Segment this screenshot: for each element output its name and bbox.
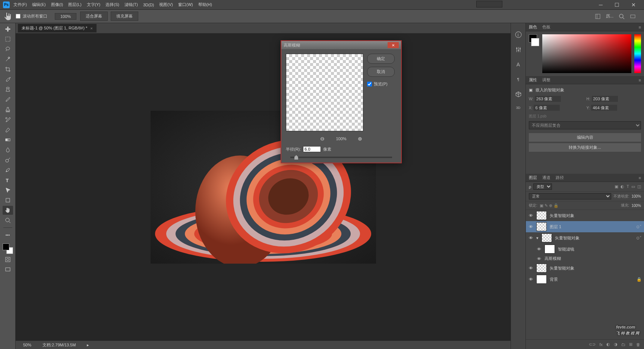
- shape-tool[interactable]: [3, 196, 13, 205]
- blur-preview[interactable]: [286, 54, 363, 131]
- y-input[interactable]: [591, 105, 617, 111]
- menu-edit[interactable]: 编辑(E): [32, 2, 46, 7]
- convert-linked-button[interactable]: 转换为链接对象...: [529, 143, 641, 152]
- panel-menu-icon[interactable]: ≡: [639, 25, 641, 29]
- ok-button[interactable]: 确定: [367, 54, 395, 64]
- brush-tool[interactable]: [3, 95, 13, 104]
- lasso-tool[interactable]: [3, 45, 13, 54]
- adjustments-tab[interactable]: 调整: [542, 77, 550, 83]
- type-tool[interactable]: T: [3, 176, 13, 185]
- window-minimize[interactable]: ─: [599, 2, 603, 8]
- layer-row[interactable]: 👁矢量智能对象: [526, 210, 644, 221]
- h-input[interactable]: [592, 96, 618, 102]
- info-panel-icon[interactable]: i: [515, 31, 522, 38]
- eraser-tool[interactable]: [3, 125, 13, 134]
- zoom-in-icon[interactable]: ⊕: [358, 136, 362, 142]
- quickmask-tool[interactable]: [3, 255, 13, 264]
- wand-tool[interactable]: [3, 55, 13, 64]
- menu-filter[interactable]: 滤镜(T): [124, 2, 138, 7]
- chevron-down-icon[interactable]: ▾: [536, 236, 539, 240]
- visibility-icon[interactable]: 👁: [536, 246, 542, 252]
- dodge-tool[interactable]: [3, 155, 13, 164]
- channels-tab[interactable]: 通道: [542, 175, 550, 180]
- layer-row[interactable]: 👁▾矢量智能对象⊙˅: [526, 232, 644, 243]
- screenmode-tool[interactable]: [3, 265, 13, 274]
- window-maximize[interactable]: ☐: [615, 2, 619, 8]
- filter-pixel-icon[interactable]: ▣: [615, 184, 618, 189]
- layer-mask-icon[interactable]: ◐: [606, 342, 610, 347]
- background-color[interactable]: [531, 38, 539, 46]
- dialog-titlebar[interactable]: 高斯模糊 ✕: [281, 41, 401, 49]
- new-group-icon[interactable]: 🗀: [621, 342, 625, 347]
- swatches-tab[interactable]: 色板: [542, 24, 550, 30]
- menu-image[interactable]: 图像(I): [51, 2, 63, 7]
- filter-indicator-icon[interactable]: ⊙˅: [636, 236, 642, 240]
- layer-row[interactable]: 👁背景🔒: [526, 274, 644, 285]
- filter-smart-icon[interactable]: ◫: [637, 184, 641, 189]
- menu-file[interactable]: 文件(F): [13, 2, 27, 7]
- fill-screen-button[interactable]: 填充屏幕: [111, 12, 138, 21]
- preview-checkbox[interactable]: [367, 82, 372, 87]
- visibility-icon[interactable]: 👁: [528, 224, 533, 229]
- filter-shape-icon[interactable]: ▭: [631, 184, 635, 189]
- status-chevron-icon[interactable]: ▸: [87, 343, 89, 348]
- status-zoom[interactable]: 50%: [23, 343, 31, 347]
- menu-view[interactable]: 视图(V): [159, 2, 173, 7]
- character-panel-icon[interactable]: A: [515, 61, 522, 68]
- zoom-tool[interactable]: [3, 216, 13, 225]
- radius-slider[interactable]: [290, 157, 392, 158]
- paragraph-panel-icon[interactable]: ¶: [515, 76, 522, 83]
- cancel-button[interactable]: 取消: [367, 67, 395, 77]
- blend-mode-select[interactable]: 正常: [529, 193, 611, 199]
- lock-icons[interactable]: ▣ ✎ ⊕ 🔒: [540, 203, 559, 208]
- opacity-value[interactable]: 100%: [631, 194, 641, 198]
- menu-window[interactable]: 窗口(W): [178, 2, 193, 7]
- hand-tool[interactable]: [3, 206, 13, 215]
- new-layer-icon[interactable]: ⊞: [629, 342, 632, 347]
- menu-type[interactable]: 文字(Y): [87, 2, 101, 7]
- adjust-panel-icon[interactable]: [515, 46, 522, 53]
- new-fill-icon[interactable]: ◑: [614, 342, 618, 347]
- status-docinfo[interactable]: 文档:2.79M/13.5M: [42, 342, 76, 348]
- layers-tab[interactable]: 图层: [529, 175, 537, 180]
- layer-row[interactable]: 👁高斯模糊: [526, 255, 644, 262]
- history-brush-tool[interactable]: [3, 115, 13, 124]
- window-close[interactable]: ✕: [631, 2, 636, 8]
- search-icon[interactable]: [619, 13, 625, 19]
- w-input[interactable]: [535, 96, 561, 102]
- document-tab[interactable]: 未标题-1 @ 50% (图层 1, RGB/8#) * ×: [18, 24, 97, 32]
- edit-contents-button[interactable]: 编辑内容: [529, 133, 641, 142]
- stamp-tool[interactable]: [3, 105, 13, 114]
- frame-icon[interactable]: [630, 13, 636, 19]
- paths-tab[interactable]: 路径: [556, 175, 564, 180]
- x-input[interactable]: [534, 105, 560, 111]
- history-dropdown[interactable]: 历...: [606, 13, 613, 19]
- panel-toggle-icon[interactable]: [595, 13, 601, 19]
- gradient-tool[interactable]: [3, 135, 13, 144]
- menu-select[interactable]: 选择(S): [105, 2, 119, 7]
- dialog-close-button[interactable]: ✕: [388, 42, 399, 48]
- path-select-tool[interactable]: [3, 186, 13, 195]
- healing-tool[interactable]: [3, 85, 13, 94]
- fill-value[interactable]: 100%: [631, 204, 641, 208]
- panel-menu-icon[interactable]: ≡: [639, 176, 641, 180]
- menu-layer[interactable]: 图层(L): [68, 2, 81, 7]
- zoom-out-icon[interactable]: ⊖: [320, 136, 325, 142]
- marquee-tool[interactable]: [3, 35, 13, 44]
- hue-slider[interactable]: [634, 34, 641, 73]
- menu-help[interactable]: 帮助(H): [198, 2, 212, 7]
- visibility-icon[interactable]: 👁: [528, 213, 533, 218]
- eyedropper-tool[interactable]: [3, 75, 13, 84]
- color-swatches[interactable]: [3, 243, 13, 254]
- properties-tab[interactable]: 属性: [529, 77, 537, 83]
- layer-row[interactable]: 👁智能滤镜: [526, 243, 644, 255]
- zoom-level-input[interactable]: 100%: [55, 13, 76, 20]
- filter-adjust-icon[interactable]: ◐: [621, 184, 624, 189]
- pen-tool[interactable]: [3, 166, 13, 174]
- color-field[interactable]: [542, 34, 631, 73]
- move-tool[interactable]: [3, 25, 13, 34]
- 3d-panel-icon[interactable]: [515, 91, 522, 98]
- visibility-icon[interactable]: 👁: [528, 277, 533, 282]
- delete-layer-icon[interactable]: 🗑: [636, 342, 640, 347]
- blur-tool[interactable]: [3, 145, 13, 154]
